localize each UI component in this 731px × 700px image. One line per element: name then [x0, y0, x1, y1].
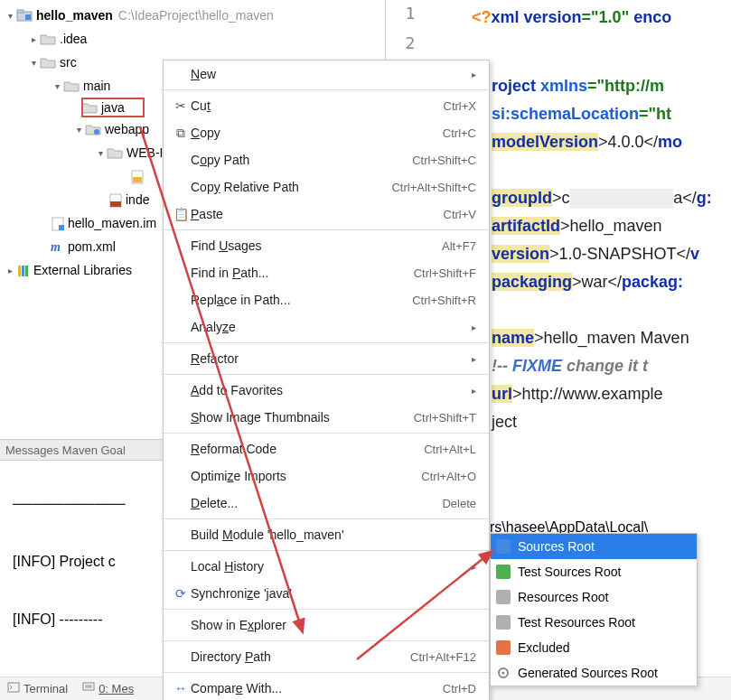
ext-label: External Libraries	[33, 263, 132, 277]
context-menu: New▸ ✂CutCtrl+X ⧉CopyCtrl+C Copy PathCtr…	[163, 60, 490, 700]
ctx-copy-rel-path[interactable]: Copy Relative PathCtrl+Alt+Shift+C	[164, 173, 489, 201]
webapp-folder-icon	[85, 123, 101, 135]
ctx-copy-path[interactable]: Copy PathCtrl+Shift+C	[164, 146, 489, 173]
iml-label: hello_maven.im	[68, 216, 156, 230]
messages-output-right[interactable]: rs\hasee\AppData\Local\ ----------------…	[490, 461, 731, 538]
tree-item-idea[interactable]: ▸ .idea	[0, 27, 380, 51]
messages-icon	[82, 681, 95, 696]
submenu-resources-root[interactable]: Resources Root	[491, 584, 697, 610]
resources-icon	[496, 590, 511, 604]
editor-code[interactable]: <?xml version="1.0" enco roject xmlns="h…	[452, 4, 731, 368]
generated-icon	[496, 666, 511, 680]
main-label: main	[83, 79, 110, 93]
ctx-analyze[interactable]: Analyze▸	[164, 313, 489, 341]
ctx-find-in-path[interactable]: Find in Path...Ctrl+Shift+F	[164, 259, 489, 286]
expand-arrow-icon[interactable]: ▾	[94, 148, 107, 158]
svg-rect-7	[110, 201, 121, 207]
test-sources-icon	[496, 565, 511, 579]
expand-arrow-icon[interactable]: ▾	[72, 125, 85, 135]
webapp-label: webapp	[105, 122, 149, 136]
compare-icon: ↔	[171, 681, 191, 695]
ctx-find-usages[interactable]: Find UsagesAlt+F7	[164, 232, 489, 259]
folder-icon	[40, 33, 56, 45]
tree-root[interactable]: ▾ hello_maven C:\IdeaProject\hello_maven	[0, 4, 380, 27]
root-path: C:\IdeaProject\hello_maven	[118, 8, 274, 23]
svg-rect-5	[133, 177, 142, 182]
pom-label: pom.xml	[68, 239, 116, 254]
expand-arrow-icon[interactable]: ▾	[51, 81, 63, 91]
tree-item-java[interactable]: java	[81, 98, 145, 117]
paste-icon: 📋	[171, 207, 191, 221]
copy-icon: ⧉	[171, 126, 191, 141]
messages-output[interactable]: ─────────── [INFO] Project c [INFO] ----…	[0, 461, 168, 668]
svg-rect-10	[18, 266, 21, 276]
ctx-new[interactable]: New▸	[164, 61, 489, 88]
gutter-line-1[interactable]: 1	[386, 0, 435, 30]
ctx-delete[interactable]: Delete...Delete	[164, 490, 489, 517]
sync-icon: ⟳	[171, 586, 191, 601]
ctx-thumbnails[interactable]: Show Image ThumbnailsCtrl+Shift+T	[164, 404, 489, 431]
index-label: inde	[126, 192, 149, 207]
ctx-show-explorer[interactable]: Show in Explorer	[164, 611, 489, 639]
ctx-synchronize[interactable]: ⟳Synchronize 'java'	[164, 580, 489, 607]
ctx-optimize[interactable]: Optimize ImportsCtrl+Alt+O	[164, 462, 489, 490]
collapse-arrow-icon[interactable]: ▸	[27, 34, 40, 44]
svg-rect-12	[25, 266, 28, 276]
svg-rect-11	[22, 266, 24, 276]
submenu-test-sources-root[interactable]: Test Sources Root	[491, 559, 697, 584]
ctx-cut[interactable]: ✂CutCtrl+X	[164, 92, 489, 119]
idea-label: .idea	[60, 32, 87, 46]
expand-arrow-icon[interactable]: ▾	[27, 58, 40, 68]
library-icon	[16, 264, 33, 277]
svg-rect-9	[59, 225, 64, 230]
folder-icon	[81, 101, 98, 114]
jsp-file-icon	[108, 193, 125, 207]
excluded-icon	[496, 640, 511, 655]
svg-rect-13	[8, 683, 19, 692]
svg-rect-2	[25, 14, 31, 20]
src-label: src	[60, 55, 77, 70]
terminal-tab[interactable]: Terminal	[7, 681, 68, 696]
ctx-refactor[interactable]: Refactor▸	[164, 345, 489, 372]
svg-point-3	[94, 129, 99, 135]
ctx-dir-path[interactable]: Directory PathCtrl+Alt+F12	[164, 643, 489, 670]
submenu-sources-root[interactable]: Sources Root	[491, 534, 697, 559]
submenu-generated-sources[interactable]: Generated Sources Root	[491, 660, 697, 686]
ctx-replace-in-path[interactable]: Replace in Path...Ctrl+Shift+R	[164, 286, 489, 313]
xml-file-icon	[130, 170, 146, 183]
java-label: java	[101, 100, 125, 115]
sources-root-icon	[496, 539, 511, 554]
collapse-arrow-icon[interactable]: ▸	[4, 266, 16, 275]
root-label: hello_maven	[36, 8, 113, 23]
ctx-build[interactable]: Build Module 'hello_maven'	[164, 521, 489, 548]
maven-file-icon: m	[51, 240, 67, 254]
cut-icon: ✂	[171, 98, 191, 113]
svg-point-16	[502, 672, 505, 675]
folder-icon	[63, 79, 80, 92]
ctx-reformat[interactable]: Reformat CodeCtrl+Alt+L	[164, 435, 489, 462]
folder-icon	[40, 56, 56, 69]
test-resources-icon	[496, 615, 511, 630]
ctx-paste[interactable]: 📋PasteCtrl+V	[164, 201, 489, 228]
svg-rect-1	[17, 10, 23, 13]
submenu-test-resources-root[interactable]: Test Resources Root	[491, 610, 697, 635]
iml-file-icon	[51, 217, 67, 230]
ctx-local-history[interactable]: Local History▸	[164, 553, 489, 580]
messages-tab[interactable]: 0: Mes	[82, 681, 134, 696]
mark-directory-submenu: Sources Root Test Sources Root Resources…	[490, 533, 698, 686]
messages-title[interactable]: Messages Maven Goal	[0, 439, 165, 461]
terminal-icon	[7, 681, 20, 696]
module-icon	[16, 9, 33, 22]
expand-arrow-icon[interactable]: ▾	[4, 11, 16, 21]
submenu-excluded[interactable]: Excluded	[491, 635, 697, 660]
ctx-compare-with[interactable]: ↔Compare With...Ctrl+D	[164, 675, 489, 700]
ctx-add-fav[interactable]: Add to Favorites▸	[164, 377, 489, 404]
ctx-copy[interactable]: ⧉CopyCtrl+C	[164, 119, 489, 146]
folder-icon	[107, 146, 123, 159]
svg-rect-14	[83, 683, 94, 690]
gutter-line-2[interactable]: 2	[386, 30, 435, 60]
